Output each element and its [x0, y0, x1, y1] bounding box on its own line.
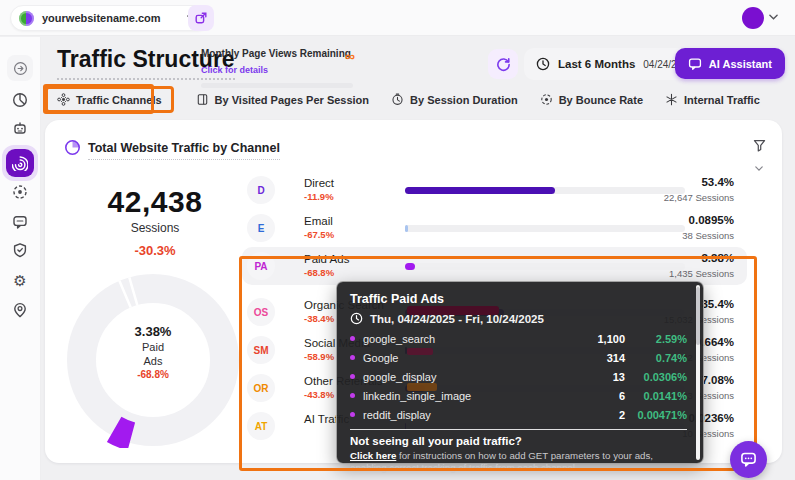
tooltip-row: reddit_display 2 0.00471%	[350, 405, 687, 424]
tab-bounce-rate[interactable]: By Bounce Rate	[540, 93, 643, 106]
range-label: Last 6 Months	[558, 58, 635, 70]
tooltip-title: Traffic Paid Ads	[350, 292, 687, 306]
channel-name: Direct	[304, 177, 334, 189]
external-link-icon	[194, 11, 208, 25]
ai-assistant-label: AI Assistant	[709, 58, 772, 70]
donut-chart-icon	[64, 139, 81, 156]
scrollbar-thumb[interactable]	[696, 287, 700, 345]
ad-source-label: linkedin_single_image	[363, 390, 549, 402]
monthly-page-views: Monthly Page Views Remaining Click for d…	[201, 48, 353, 88]
pie-chart-icon	[12, 92, 28, 108]
ai-assistant-button[interactable]: AI Assistant	[675, 48, 785, 79]
ad-source-value: 2	[549, 409, 625, 421]
duration-clock-icon	[391, 93, 404, 106]
ad-source-pct: 0.0141%	[625, 390, 687, 402]
total-sessions-value: 42,438	[75, 185, 235, 219]
filter-button[interactable]	[746, 138, 772, 175]
ad-source-pct: 0.0306%	[625, 371, 687, 383]
tooltip-dates: Thu, 04/24/2025 - Fri, 10/24/2025	[370, 313, 544, 325]
redaction-smudge	[407, 383, 437, 391]
clock-icon	[350, 312, 363, 325]
sidebar-item-security[interactable]	[7, 237, 33, 263]
internal-traffic-icon	[665, 93, 678, 106]
tab-label: Internal Traffic	[684, 94, 760, 106]
bot-icon	[12, 120, 28, 136]
refresh-button[interactable]	[488, 49, 518, 79]
channel-row[interactable]: D Direct -11.9% 53.4% 22,647 Sessions	[242, 171, 747, 209]
mpv-label: Monthly Page Views Remaining	[201, 48, 353, 59]
mpv-details-link[interactable]: Click for details	[201, 65, 268, 75]
ad-source-label: Google	[363, 352, 549, 364]
sidebar-item-settings[interactable]: ⚙	[7, 267, 33, 293]
sidebar-item-traffic-structure[interactable]	[2, 145, 38, 181]
channel-row[interactable]: PA Paid Ads -68.8% 3.38% 1,435 Sessions	[242, 247, 747, 285]
user-pin-icon	[12, 302, 28, 318]
channel-pct: 0.0895%	[594, 214, 734, 226]
tab-label: Traffic Channels	[76, 94, 162, 106]
channel-name: Email	[304, 215, 333, 227]
sidebar-expand-button[interactable]	[7, 55, 33, 81]
traffic-structure-icon	[6, 149, 34, 177]
tooltip-row: google_search 1,100 2.59%	[350, 329, 687, 348]
sidebar-item-bot[interactable]	[7, 115, 33, 141]
bullet-dot	[350, 355, 355, 360]
clock-icon	[536, 57, 550, 71]
chat-icon	[688, 57, 702, 71]
ad-source-pct: 0.00471%	[625, 409, 687, 421]
donut-line2: Ads	[103, 355, 203, 367]
channel-bar-fill	[405, 263, 415, 270]
channel-sessions: 38 Sessions	[594, 230, 734, 241]
channel-avatar: D	[247, 176, 275, 204]
channel-avatar: E	[247, 214, 275, 242]
channel-change: -58.9%	[304, 351, 334, 362]
tooltip-row: Google 314 0.74%	[350, 348, 687, 367]
infinity-value: ∞	[345, 48, 355, 64]
tooltip-scrollbar[interactable]	[696, 285, 700, 460]
click-here-link[interactable]: Click here	[350, 450, 396, 461]
tab-internal-traffic[interactable]: Internal Traffic	[665, 93, 760, 106]
donut-change: -68.8%	[103, 369, 203, 380]
donut-pct: 3.38%	[103, 324, 203, 339]
chat-fab-button[interactable]	[730, 441, 767, 478]
channel-row[interactable]: E Email -67.5% 0.0895% 38 Sessions	[242, 209, 747, 247]
chevron-down-icon	[755, 166, 763, 171]
sidebar-item-dashboard[interactable]	[7, 87, 33, 113]
ad-source-pct: 2.59%	[625, 333, 687, 345]
sidebar-item-feedback[interactable]	[7, 209, 33, 235]
tab-label: By Session Duration	[410, 94, 518, 106]
sidebar-item-goals[interactable]	[7, 179, 33, 205]
channel-sessions: 1,435 Sessions	[594, 268, 734, 279]
shield-check-icon	[12, 242, 28, 258]
open-site-button[interactable]	[188, 5, 214, 31]
tooltip-row: linkedin_single_image 6 0.0141%	[350, 386, 687, 405]
channel-name: Paid Ads	[304, 253, 349, 265]
tab-visited-pages[interactable]: By Visited Pages Per Session	[196, 93, 369, 106]
gear-icon: ⚙	[13, 273, 26, 288]
sidebar-item-locations[interactable]	[7, 297, 33, 323]
total-sessions-change: -30.3%	[75, 243, 235, 258]
sidebar: ⚙	[0, 37, 41, 480]
pages-icon	[196, 93, 209, 106]
donut-center-label: 3.38% Paid Ads -68.8%	[103, 324, 203, 380]
ad-source-value: 6	[549, 390, 625, 402]
footer-instructions: for instructions on how to add GET param…	[350, 450, 653, 473]
redaction-smudge	[407, 348, 433, 355]
site-name: yourwebsitename.com	[42, 12, 161, 24]
ad-source-label: reddit_display	[363, 409, 549, 421]
refresh-icon	[496, 57, 511, 72]
traffic-donut-chart[interactable]: 3.38% Paid Ads -68.8%	[65, 272, 241, 448]
tab-traffic-channels[interactable]: Traffic Channels	[45, 86, 174, 113]
arrow-circle-icon	[13, 61, 28, 76]
user-avatar[interactable]	[742, 7, 764, 29]
filter-funnel-icon	[752, 138, 767, 153]
ad-source-label: google_search	[363, 333, 549, 345]
channel-pct: 53.4%	[594, 176, 734, 188]
bounce-target-icon	[540, 93, 553, 106]
tab-session-duration[interactable]: By Session Duration	[391, 93, 518, 106]
channel-change: -43.8%	[304, 389, 334, 400]
avatar-chevron-icon[interactable]	[769, 14, 778, 20]
ad-source-label: google_display	[363, 371, 549, 383]
chat-icon	[740, 451, 757, 468]
donut-line1: Paid	[103, 341, 203, 353]
site-selector[interactable]: yourwebsitename.com	[10, 5, 210, 31]
